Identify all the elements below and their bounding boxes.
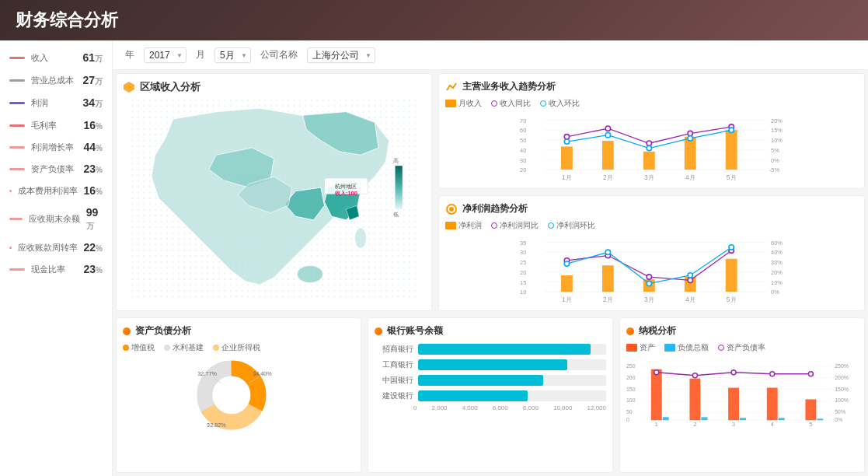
sidebar-value-cash-ratio: 23% [84,263,103,275]
sidebar-label-operating-cost: 营业总成本 [31,75,74,86]
legend-monthly-revenue: 月收入 [445,98,482,109]
svg-text:低: 低 [393,211,399,218]
svg-text:15%: 15% [771,127,783,134]
svg-rect-121 [663,417,669,420]
svg-text:-5%: -5% [769,166,780,173]
svg-text:10%: 10% [771,279,783,286]
svg-text:5%: 5% [771,147,779,154]
sidebar-item-gross-margin: 毛利率 16% [0,114,112,136]
sidebar-line-debt-ratio [9,168,25,170]
tax-chart-svg: 250 200 150 100 50 0 250% 200% 150% 100%… [626,356,858,430]
legend-qoq-icon [540,100,546,107]
svg-text:200: 200 [626,375,636,380]
bank-track-jianshe [418,390,606,401]
bank-x-axis: 0 2,000 4,000 6,000 8,000 10,000 12,000 [375,404,606,411]
svg-rect-124 [779,418,785,420]
legend-debt-ratio: 资产负债率 [718,342,765,353]
svg-text:0%: 0% [771,157,779,164]
svg-rect-29 [561,146,573,170]
sidebar-item-cash-ratio: 现金比率 23% [0,258,112,280]
svg-point-37 [688,131,692,135]
year-select[interactable]: 2017 [144,47,186,63]
bank-fill-zhaoshan [418,344,591,355]
svg-text:4月: 4月 [685,173,695,181]
bank-title-bar: 银行账号余额 [375,324,606,338]
svg-text:70: 70 [520,117,526,124]
svg-point-39 [564,139,569,144]
bank-item-zhaoshan: 招商银行 [375,344,606,355]
tax-chart-area: 250 200 150 100 50 0 250% 200% 150% 100%… [626,356,858,430]
svg-text:4: 4 [771,421,775,428]
donut-container: 32.77% 34.40% 32.82% [123,356,354,434]
asset-title: 资产负债分析 [135,324,191,338]
map-title: 区域收入分析 [123,80,425,94]
bank-label-zhongguo: 中国银行 [375,375,413,386]
sidebar-item-receivable: 应收期末余额 99万 [0,201,112,236]
svg-rect-69 [561,275,573,292]
svg-text:0%: 0% [771,289,779,296]
legend-water-icon [164,345,170,351]
sidebar-line-cost-margin [9,190,12,192]
sidebar-label-cash-ratio: 现金比率 [31,264,65,275]
svg-text:高: 高 [393,157,399,164]
svg-point-79 [564,261,569,266]
year-label: 年 [125,48,134,61]
year-select-wrapper[interactable]: 2017 [144,47,186,63]
company-select-wrapper[interactable]: 上海分公司 [307,47,375,63]
svg-point-42 [688,136,692,141]
charts-grid: 区域收入分析 [113,70,868,476]
svg-point-43 [729,128,734,132]
svg-point-34 [564,135,569,139]
main-container: 收入 61万 营业总成本 27万 利润 34万 毛利率 16% 利润增长率 44… [0,40,868,476]
svg-text:150: 150 [626,387,636,392]
svg-text:250%: 250% [835,363,849,369]
asset-panel: 资产负债分析 增值税 水利基建 企业所得税 [116,317,361,473]
svg-rect-118 [728,388,739,421]
profit-trend-title: 净利润趋势分析 [462,202,528,215]
svg-text:50: 50 [520,137,526,144]
svg-text:30%: 30% [771,259,783,266]
sidebar-line-turnover [9,247,12,249]
sidebar-label-profit: 利润 [31,97,48,109]
svg-rect-32 [685,137,696,170]
bank-label-zhaoshan: 招商银行 [375,344,413,355]
svg-text:杭州地区: 杭州地区 [334,184,357,189]
bank-track-zhaoshan [418,344,606,355]
right-charts: 主营业务收入趋势分析 月收入 收入同比 收入环比 [435,70,868,314]
sidebar-item-debt-ratio: 资产负债率 23% [0,158,112,180]
svg-point-77 [688,278,692,282]
svg-point-129 [770,372,775,376]
asset-icon [123,327,131,335]
svg-text:50: 50 [626,409,633,415]
revenue-trend-panel: 主营业务收入趋势分析 月收入 收入同比 收入环比 [438,73,865,189]
sidebar-label-gross-margin: 毛利率 [31,120,57,131]
legend-profit-qoq-icon [548,222,554,229]
svg-text:100%: 100% [835,397,849,403]
bank-item-gongshang: 工商银行 [375,359,606,370]
svg-rect-120 [805,399,816,420]
svg-text:32.82%: 32.82% [207,422,226,429]
tax-title: 纳税分析 [639,324,676,338]
svg-point-40 [605,132,610,137]
sidebar-item-profit-growth: 利润增长率 44% [0,136,112,158]
company-select[interactable]: 上海分公司 [307,47,375,63]
svg-rect-117 [689,379,700,421]
sidebar-label-turnover: 应收账款周转率 [18,242,78,254]
bank-track-zhongguo [418,375,606,386]
legend-corp-tax-icon [213,345,219,351]
revenue-trend-legend: 月收入 收入同比 收入环比 [445,98,858,109]
month-select[interactable]: 5月 [214,47,251,63]
asset-legend: 增值税 水利基建 企业所得税 [123,342,354,353]
svg-point-83 [729,245,734,250]
svg-rect-116 [651,369,662,421]
legend-debt-ratio-icon [718,345,724,351]
sidebar-value-profit-growth: 44% [84,141,103,153]
month-select-wrapper[interactable]: 5月 [214,47,251,63]
sidebar-value-turnover: 22% [84,241,103,254]
legend-assets: 资产 [626,342,655,353]
company-label: 公司名称 [260,48,298,61]
svg-point-81 [647,281,651,285]
asset-title-bar: 资产负债分析 [123,324,354,338]
profit-trend-panel: 净利润趋势分析 净利润 净利润同比 净利润环比 [438,195,865,311]
map-panel: 区域收入分析 [116,73,432,311]
